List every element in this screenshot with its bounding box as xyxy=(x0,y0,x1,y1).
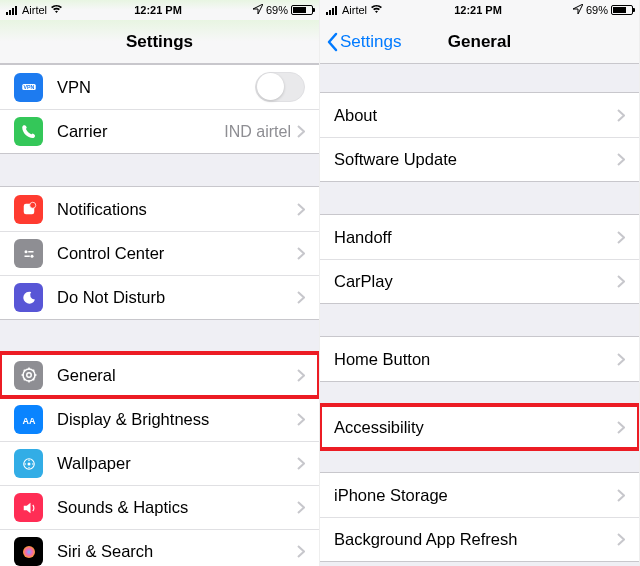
chevron-right-icon xyxy=(297,457,305,470)
status-bar: Airtel 12:21 PM 69% xyxy=(320,0,639,20)
signal-icon xyxy=(6,6,17,15)
spacer xyxy=(320,562,639,566)
row-label: Display & Brightness xyxy=(57,410,297,429)
group-general: General AA Display & Brightness Wallpape… xyxy=(0,352,319,566)
page-title: General xyxy=(448,32,511,52)
svg-text:VPN: VPN xyxy=(23,84,34,90)
row-home-button[interactable]: Home Button xyxy=(320,337,639,381)
screen-settings: Airtel 12:21 PM 69% Settings VPN VPN Car… xyxy=(0,0,320,566)
spacer xyxy=(320,64,639,92)
notifications-icon xyxy=(14,195,43,224)
row-label: CarPlay xyxy=(334,272,617,291)
battery-icon xyxy=(611,5,633,15)
spacer xyxy=(320,304,639,336)
row-carplay[interactable]: CarPlay xyxy=(320,259,639,303)
row-label: Notifications xyxy=(57,200,297,219)
row-label: Background App Refresh xyxy=(334,530,617,549)
control-center-icon xyxy=(14,239,43,268)
back-button[interactable]: Settings xyxy=(326,20,401,64)
svg-point-16 xyxy=(24,463,26,465)
svg-rect-5 xyxy=(28,251,33,253)
row-label: General xyxy=(57,366,297,385)
row-label: Control Center xyxy=(57,244,297,263)
chevron-right-icon xyxy=(617,421,625,434)
spacer xyxy=(320,182,639,214)
row-value: IND airtel xyxy=(224,123,291,141)
screen-general: Airtel 12:21 PM 69% Settings General Abo… xyxy=(320,0,640,566)
row-notifications[interactable]: Notifications xyxy=(0,187,319,231)
gear-icon xyxy=(14,361,43,390)
chevron-left-icon xyxy=(326,32,338,52)
row-siri[interactable]: Siri & Search xyxy=(0,529,319,566)
status-time: 12:21 PM xyxy=(454,4,502,16)
row-display[interactable]: AA Display & Brightness xyxy=(0,397,319,441)
chevron-right-icon xyxy=(617,275,625,288)
carrier-label: Airtel xyxy=(22,4,47,16)
row-label: Wallpaper xyxy=(57,454,297,473)
row-carrier[interactable]: Carrier IND airtel xyxy=(0,109,319,153)
chevron-right-icon xyxy=(617,109,625,122)
wifi-icon xyxy=(370,4,383,16)
moon-icon xyxy=(14,283,43,312)
row-label: iPhone Storage xyxy=(334,486,617,505)
row-control-center[interactable]: Control Center xyxy=(0,231,319,275)
row-handoff[interactable]: Handoff xyxy=(320,215,639,259)
svg-point-14 xyxy=(32,463,34,465)
row-dnd[interactable]: Do Not Disturb xyxy=(0,275,319,319)
battery-icon xyxy=(291,5,313,15)
group-homebutton: Home Button xyxy=(320,336,639,382)
svg-point-6 xyxy=(30,254,33,257)
chevron-right-icon xyxy=(617,153,625,166)
spacer xyxy=(0,320,319,352)
row-wallpaper[interactable]: Wallpaper xyxy=(0,441,319,485)
svg-point-4 xyxy=(24,250,27,253)
spacer xyxy=(0,154,319,186)
siri-icon xyxy=(14,537,43,566)
svg-point-15 xyxy=(28,467,30,469)
group-storage: iPhone Storage Background App Refresh xyxy=(320,472,639,562)
chevron-right-icon xyxy=(297,247,305,260)
wallpaper-icon xyxy=(14,449,43,478)
navbar-settings: Settings xyxy=(0,20,319,64)
status-bar: Airtel 12:21 PM 69% xyxy=(0,0,319,20)
row-general[interactable]: General xyxy=(0,353,319,397)
row-label: Home Button xyxy=(334,350,617,369)
chevron-right-icon xyxy=(297,203,305,216)
location-icon xyxy=(253,4,263,16)
row-label: Software Update xyxy=(334,150,617,169)
chevron-right-icon xyxy=(297,291,305,304)
navbar-general: Settings General xyxy=(320,20,639,64)
svg-rect-7 xyxy=(24,255,29,257)
row-label: VPN xyxy=(57,78,255,97)
row-label: Carrier xyxy=(57,122,224,141)
sound-icon xyxy=(14,493,43,522)
phone-icon xyxy=(14,117,43,146)
row-bg-app-refresh[interactable]: Background App Refresh xyxy=(320,517,639,561)
row-label: Sounds & Haptics xyxy=(57,498,297,517)
chevron-right-icon xyxy=(297,501,305,514)
row-sounds[interactable]: Sounds & Haptics xyxy=(0,485,319,529)
row-iphone-storage[interactable]: iPhone Storage xyxy=(320,473,639,517)
signal-icon xyxy=(326,6,337,15)
row-software-update[interactable]: Software Update xyxy=(320,137,639,181)
group-notifications: Notifications Control Center Do Not Dist… xyxy=(0,186,319,320)
chevron-right-icon xyxy=(297,125,305,138)
svg-point-12 xyxy=(27,462,30,465)
vpn-toggle[interactable] xyxy=(255,72,305,102)
row-label: About xyxy=(334,106,617,125)
svg-point-13 xyxy=(28,459,30,461)
wifi-icon xyxy=(50,4,63,16)
spacer xyxy=(320,450,639,472)
svg-point-3 xyxy=(29,202,35,208)
row-about[interactable]: About xyxy=(320,93,639,137)
battery-pct: 69% xyxy=(266,4,288,16)
chevron-right-icon xyxy=(617,231,625,244)
svg-point-17 xyxy=(23,546,35,558)
battery-pct: 69% xyxy=(586,4,608,16)
svg-text:AA: AA xyxy=(22,415,35,425)
chevron-right-icon xyxy=(617,353,625,366)
carrier-label: Airtel xyxy=(342,4,367,16)
group-about: About Software Update xyxy=(320,92,639,182)
row-vpn[interactable]: VPN VPN xyxy=(0,65,319,109)
row-accessibility[interactable]: Accessibility xyxy=(320,405,639,449)
